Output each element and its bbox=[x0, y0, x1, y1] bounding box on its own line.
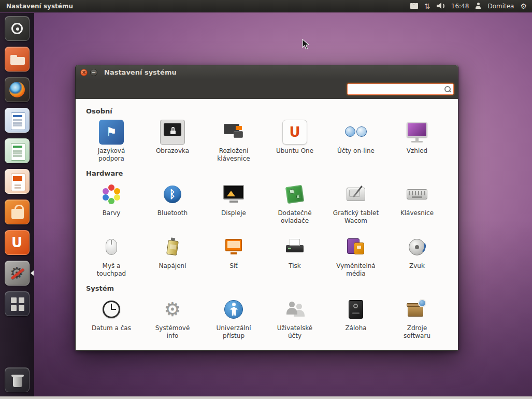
launcher-item-ubuntu-one[interactable] bbox=[0, 230, 34, 255]
ubuntu-one-launcher-icon bbox=[5, 230, 30, 255]
keyboard-icon bbox=[405, 182, 429, 207]
settings-item-online-accounts[interactable]: Účty on-line bbox=[325, 118, 386, 165]
screen-lock-icon bbox=[160, 120, 185, 145]
screen-bottom-edge bbox=[0, 396, 532, 399]
settings-item-label: Barvy bbox=[103, 209, 121, 217]
launcher-item-libreoffice-writer[interactable] bbox=[0, 108, 34, 133]
settings-content: OsobníJazyková podporaObrazovkaRozložení… bbox=[76, 99, 458, 350]
settings-window: × − Nastavení systému OsobníJazyková pod… bbox=[75, 65, 458, 351]
settings-item-label: Ubuntu One bbox=[276, 147, 313, 155]
settings-item-label: Obrazovka bbox=[156, 147, 189, 155]
settings-item-colors[interactable]: Barvy bbox=[81, 180, 142, 227]
workspace-grid-icon bbox=[5, 291, 30, 316]
online-accounts-icon bbox=[343, 120, 368, 145]
trash-icon bbox=[5, 367, 30, 392]
launcher-item-home-folder[interactable] bbox=[0, 47, 34, 72]
settings-item-printing[interactable]: Tisk bbox=[264, 233, 325, 280]
universal-access-icon bbox=[221, 297, 246, 322]
settings-item-keyboard[interactable]: Klávesnice bbox=[386, 180, 448, 227]
settings-item-label: Dodatečné ovladače bbox=[271, 209, 318, 224]
launcher bbox=[0, 13, 34, 396]
settings-item-screen-lock[interactable]: Obrazovka bbox=[142, 118, 203, 165]
displays-icon bbox=[221, 182, 246, 207]
settings-item-label: Uživatelské účty bbox=[271, 324, 318, 339]
top-panel: Nastavení systému ⇅ 16:48 Domitea ⚙ bbox=[0, 0, 532, 12]
settings-item-user-accounts[interactable]: Uživatelské účty bbox=[264, 295, 325, 343]
removable-media-icon bbox=[343, 235, 368, 260]
settings-item-sound[interactable]: Zvuk bbox=[386, 233, 448, 280]
launcher-item-dash-home[interactable] bbox=[0, 16, 34, 41]
session-gear-icon[interactable]: ⚙ bbox=[520, 2, 527, 10]
speaker-icon bbox=[437, 3, 445, 9]
settings-item-label: Vyměnitelná média bbox=[333, 262, 379, 277]
network-indicator-icon[interactable]: ⇅ bbox=[424, 2, 430, 10]
settings-item-label: Napájení bbox=[159, 262, 186, 270]
settings-item-label: Datum a čas bbox=[92, 324, 131, 332]
desktop-wallpaper: Nastavení systému ⇅ 16:48 Domitea ⚙ × − … bbox=[0, 0, 532, 399]
firefox-icon bbox=[5, 77, 30, 102]
settings-item-bluetooth[interactable]: Bluetooth bbox=[142, 180, 203, 227]
launcher-item-libreoffice-calc[interactable] bbox=[0, 138, 34, 163]
panel-app-title: Nastavení systému bbox=[0, 3, 73, 10]
settings-item-backup[interactable]: Záloha bbox=[325, 295, 386, 343]
mail-indicator-icon[interactable] bbox=[410, 2, 418, 10]
launcher-items bbox=[0, 13, 34, 316]
ubuntu-one-icon bbox=[282, 120, 307, 145]
calc-spreadsheet-icon bbox=[5, 138, 30, 163]
section-0: OsobníJazyková podporaObrazovkaRozložení… bbox=[81, 107, 453, 165]
user-accounts-icon bbox=[282, 297, 307, 322]
clock-indicator[interactable]: 16:48 bbox=[451, 2, 469, 10]
settings-item-power[interactable]: Napájení bbox=[142, 233, 203, 280]
settings-item-displays[interactable]: Displeje bbox=[203, 180, 264, 227]
window-titlebar[interactable]: × − Nastavení systému bbox=[76, 65, 458, 79]
launcher-item-trash[interactable] bbox=[0, 367, 34, 392]
settings-item-label: Systémové info bbox=[149, 324, 196, 339]
settings-item-label: Klávesnice bbox=[400, 209, 434, 217]
settings-item-label: Účty on-line bbox=[337, 147, 375, 155]
close-button[interactable]: × bbox=[80, 69, 88, 76]
settings-item-label: Bluetooth bbox=[157, 209, 188, 217]
settings-item-universal-access[interactable]: Univerzální přístup bbox=[203, 295, 264, 343]
mouse-icon bbox=[99, 235, 124, 260]
settings-item-label: Zvuk bbox=[409, 262, 425, 270]
settings-item-wacom-tablet[interactable]: Grafický tablet Wacom bbox=[325, 180, 386, 227]
window-title: Nastavení systému bbox=[104, 68, 177, 76]
impress-presentation-icon bbox=[5, 169, 30, 194]
appearance-icon bbox=[405, 120, 429, 145]
volume-indicator-icon[interactable] bbox=[437, 2, 445, 10]
home-folder-icon bbox=[5, 47, 30, 72]
user-menu[interactable]: Domitea bbox=[487, 2, 514, 10]
launcher-item-libreoffice-impress[interactable] bbox=[0, 169, 34, 194]
settings-item-ubuntu-one[interactable]: Ubuntu One bbox=[264, 118, 325, 165]
ubuntu-dash-icon bbox=[5, 16, 30, 41]
launcher-item-system-settings[interactable] bbox=[0, 261, 34, 286]
settings-item-label: Univerzální přístup bbox=[210, 324, 257, 339]
settings-item-drivers[interactable]: Dodatečné ovladače bbox=[264, 180, 325, 227]
settings-item-label: Síť bbox=[229, 262, 238, 270]
settings-item-removable-media[interactable]: Vyměnitelná média bbox=[325, 233, 386, 280]
network-icon bbox=[221, 235, 246, 260]
launcher-bottom bbox=[0, 367, 34, 396]
panel-indicators: ⇅ 16:48 Domitea ⚙ bbox=[410, 2, 532, 10]
search-icon[interactable] bbox=[444, 86, 451, 93]
launcher-item-firefox[interactable] bbox=[0, 77, 34, 102]
settings-item-software-sources[interactable]: Zdroje softwaru bbox=[386, 295, 448, 343]
launcher-item-workspace-switcher[interactable] bbox=[0, 291, 34, 316]
mouse-cursor bbox=[302, 39, 309, 50]
settings-item-keyboard-layout[interactable]: Rozložení klávesnice bbox=[203, 118, 264, 165]
settings-item-datetime[interactable]: Datum a čas bbox=[81, 295, 142, 343]
writer-document-icon bbox=[5, 108, 30, 133]
settings-item-network[interactable]: Síť bbox=[203, 233, 264, 280]
settings-item-system-info[interactable]: Systémové info bbox=[142, 295, 203, 343]
section-2: SystémDatum a časSystémové infoUniverzál… bbox=[81, 284, 453, 343]
section-grid: Datum a časSystémové infoUniverzální pří… bbox=[81, 295, 453, 343]
bluetooth-icon bbox=[160, 182, 185, 207]
launcher-item-software-center[interactable] bbox=[0, 200, 34, 224]
search-input[interactable] bbox=[347, 83, 454, 95]
section-grid: Jazyková podporaObrazovkaRozložení kláve… bbox=[81, 118, 453, 165]
settings-item-appearance[interactable]: Vzhled bbox=[386, 118, 448, 165]
minimize-button[interactable]: − bbox=[90, 69, 97, 76]
settings-item-language-support[interactable]: Jazyková podpora bbox=[81, 118, 142, 165]
user-icon bbox=[475, 2, 481, 10]
settings-item-mouse[interactable]: Myš a touchpad bbox=[81, 233, 142, 280]
